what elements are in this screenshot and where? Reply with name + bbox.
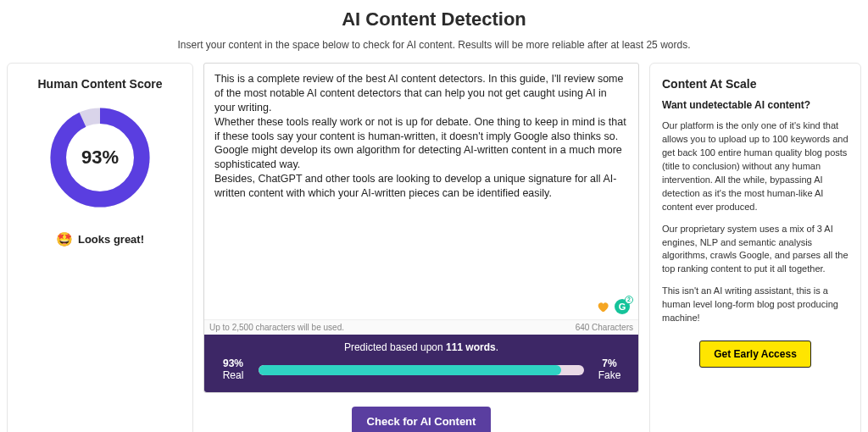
confidence-bar	[259, 365, 584, 375]
real-text: Real	[216, 370, 250, 382]
score-donut: 93%	[45, 102, 155, 213]
fake-label: 7% Fake	[593, 358, 626, 382]
fake-percent: 7%	[593, 358, 626, 370]
char-count: 640 Characters	[576, 323, 633, 332]
real-percent: 93%	[216, 358, 250, 370]
promo-card: Content At Scale Want undetectable AI co…	[649, 63, 861, 432]
page-title: AI Content Detection	[342, 8, 526, 30]
real-label: 93% Real	[216, 358, 250, 382]
promo-paragraph: Our platform is the only one of it's kin…	[662, 119, 849, 214]
heart-icon[interactable]	[596, 300, 609, 313]
promo-title: Content At Scale	[662, 77, 849, 91]
score-status: 🤩 Looks great!	[19, 231, 181, 247]
score-status-text: Looks great!	[78, 233, 144, 246]
promo-paragraph: This isn't an AI writing assistant, this…	[662, 285, 849, 325]
editor-paragraph: Besides, ChatGPT and other tools are loo…	[214, 172, 628, 201]
editor-paragraph: Whether these tools really work or not i…	[214, 115, 628, 173]
check-button[interactable]: Check for AI Content	[352, 407, 492, 432]
editor-meta: Up to 2,500 characters will be used. 640…	[204, 319, 638, 335]
star-struck-emoji-icon: 🤩	[56, 231, 73, 247]
main-panel: This is a complete review of the best AI…	[203, 63, 639, 432]
editor: This is a complete review of the best AI…	[203, 63, 639, 393]
score-percent: 93%	[45, 102, 155, 213]
predicted-word-count: 111 words	[446, 341, 496, 353]
page-subtitle: Insert your content in the space below t…	[178, 39, 691, 51]
char-limit-note: Up to 2,500 characters will be used.	[209, 323, 344, 332]
promo-subtitle: Want undetectable AI content?	[662, 99, 849, 111]
fake-text: Fake	[593, 370, 626, 382]
grammarly-badge: 2	[625, 296, 633, 304]
content-textarea[interactable]: This is a complete review of the best AI…	[204, 64, 638, 319]
predicted-suffix: .	[496, 341, 498, 353]
predicted-prefix: Predicted based upon	[344, 341, 446, 353]
promo-paragraph: Our proprietary system uses a mix of 3 A…	[662, 223, 849, 277]
early-access-button[interactable]: Get Early Access	[699, 341, 811, 368]
result-bar: Predicted based upon 111 words. 93% Real…	[204, 335, 638, 392]
grammarly-icon[interactable]: G 2	[615, 299, 630, 314]
editor-paragraph: This is a complete review of the best AI…	[214, 72, 628, 115]
score-card: Human Content Score 93% 🤩 Looks great!	[7, 63, 193, 432]
predicted-line: Predicted based upon 111 words.	[216, 341, 626, 353]
confidence-bar-fill	[259, 365, 561, 375]
score-card-title: Human Content Score	[19, 77, 181, 91]
